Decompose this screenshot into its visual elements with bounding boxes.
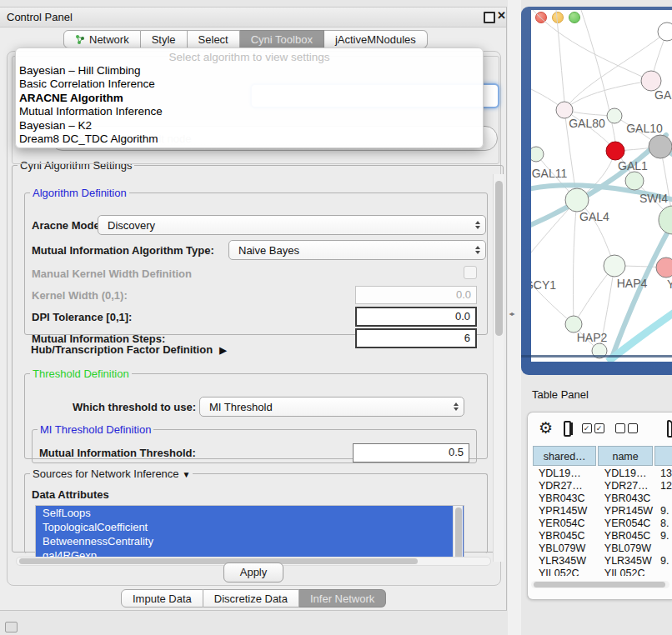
table-panel-toolbar: ⚙ ✓✓ xyxy=(528,416,672,441)
select-all-icon[interactable]: ✓✓ xyxy=(582,423,604,433)
tab-jactivemnodules[interactable]: jActiveMNodules xyxy=(324,30,428,48)
table-row[interactable]: YDL19…YDL19…13 xyxy=(533,468,672,480)
algorithm-option[interactable]: Bayesian – K2 xyxy=(16,119,483,132)
manual-kernel-checkbox[interactable] xyxy=(464,266,477,279)
algorithm-option[interactable]: Basic Correlation Inference xyxy=(16,78,483,91)
table-row[interactable]: YIL052CYIL052C xyxy=(533,568,672,576)
table-cell: YER054C xyxy=(533,518,599,530)
control-panel-titlebar: Control Panel ✕ xyxy=(0,8,506,28)
network-node[interactable] xyxy=(606,142,624,160)
node-label: HAP2 xyxy=(577,331,608,344)
tab-label: Discretize Data xyxy=(214,592,288,605)
column-header[interactable] xyxy=(654,446,672,466)
which-threshold-combo[interactable]: MI Threshold xyxy=(199,397,464,417)
node-label: GAL10 xyxy=(626,122,663,135)
table-row[interactable]: YER054CYER054C8. xyxy=(533,518,672,530)
table-row[interactable]: YBR043CYBR043C xyxy=(533,492,672,505)
network-node[interactable] xyxy=(658,22,672,41)
table-row[interactable]: YBR045CYBR045C9. xyxy=(533,530,672,542)
algorithm-option[interactable]: Dream8 DC_TDC Algorithm xyxy=(16,132,483,146)
aracne-mode-combo[interactable]: Discovery xyxy=(98,215,486,235)
table-row[interactable]: YPR145WYPR145W9. xyxy=(533,505,672,518)
table-hscrollbar-thumb[interactable] xyxy=(534,582,665,588)
apply-button[interactable]: Apply xyxy=(223,562,283,582)
float-window-icon[interactable] xyxy=(484,12,495,23)
tab-select[interactable]: Select xyxy=(188,30,240,48)
kernel-width-field[interactable]: 0.0 xyxy=(355,286,477,304)
table-row[interactable]: YLR345WYLR345W9. xyxy=(533,555,672,568)
close-icon[interactable]: ✕ xyxy=(497,9,506,22)
hub-definition-label: Hub/Transcription Factor Definition xyxy=(31,343,213,356)
split-divider-grip[interactable]: ◂▸ xyxy=(507,309,516,319)
control-panel-tabbar: NetworkStyleSelectCyni ToolboxjActiveMNo… xyxy=(63,30,428,48)
aracne-mode-value: Discovery xyxy=(98,219,470,232)
table-panel-card: ⚙ ✓✓ shared…name YDL19…YDL19…13YDR27…YDR… xyxy=(527,412,672,600)
gear-icon[interactable]: ⚙ xyxy=(539,420,553,437)
tab-network[interactable]: Network xyxy=(63,30,141,48)
network-node[interactable] xyxy=(656,258,672,278)
dock-panel-icon[interactable] xyxy=(5,622,18,632)
node-label: Y xyxy=(667,278,672,291)
attribute-list-item[interactable]: TopologicalCoefficient xyxy=(36,520,464,534)
network-node[interactable] xyxy=(659,206,672,234)
table-cell: YER054C xyxy=(599,518,654,530)
deselect-all-icon[interactable] xyxy=(615,423,638,433)
network-node[interactable] xyxy=(625,172,644,190)
network-graph[interactable]: GALGAL80GAL10GAL1GAL11SWI4GAL4GCY1HAP4YH… xyxy=(531,10,672,362)
network-node[interactable] xyxy=(565,188,589,212)
tab-style[interactable]: Style xyxy=(141,30,188,48)
tab-impute-data[interactable]: Impute Data xyxy=(121,589,203,608)
table-cell: YBR045C xyxy=(599,530,654,542)
table-cell xyxy=(654,492,672,505)
checked-box-icon: ✓ xyxy=(582,423,592,433)
algorithm-option[interactable]: Bayesian – Hill Climbing xyxy=(16,64,483,78)
sources-title: Sources for Network Inference xyxy=(33,468,179,480)
attributes-scrollbar[interactable] xyxy=(453,506,463,562)
network-canvas[interactable]: GALGAL80GAL10GAL1GAL11SWI4GAL4GCY1HAP4YH… xyxy=(531,10,672,362)
network-node[interactable] xyxy=(649,135,672,158)
file-icon[interactable] xyxy=(667,420,672,438)
table-cell: YDL19… xyxy=(599,468,654,480)
settings-hscrollbar-thumb[interactable] xyxy=(19,558,418,564)
tab-label: jActiveMNodules xyxy=(335,33,416,46)
data-attributes-list[interactable]: SelfLoopsTopologicalCoefficientBetweenne… xyxy=(35,505,464,564)
sources-toggle[interactable]: Sources for Network Inference▼ xyxy=(30,468,193,480)
column-header[interactable]: name xyxy=(598,446,652,466)
table-header-row[interactable]: shared…name xyxy=(533,446,672,466)
network-nodes[interactable] xyxy=(531,22,672,358)
table-cell: YPR145W xyxy=(599,505,654,518)
column-header[interactable]: shared… xyxy=(533,446,596,466)
tab-infer-network[interactable]: Infer Network xyxy=(299,589,386,608)
attribute-list-item[interactable]: BetweennessCentrality xyxy=(36,534,464,548)
network-node[interactable] xyxy=(531,147,544,162)
kernel-width-label: Kernel Width (0,1): xyxy=(32,289,128,302)
algorithm-option[interactable]: ARACNE Algorithm xyxy=(16,92,483,105)
table-row[interactable]: YBL079WYBL079W xyxy=(533,542,672,555)
algorithm-option[interactable]: Mutual Information Inference xyxy=(16,105,483,118)
tab-label: Cyni Toolbox xyxy=(251,33,313,46)
network-node[interactable] xyxy=(607,108,622,123)
mi-steps-field[interactable]: 6 xyxy=(355,328,477,348)
settings-scrollbar-thumb[interactable] xyxy=(495,181,503,336)
table-cell: 9. xyxy=(654,530,672,542)
tab-cyni-toolbox[interactable]: Cyni Toolbox xyxy=(240,30,324,48)
table-row[interactable]: YDR27…YDR27…12 xyxy=(533,480,672,492)
dpi-tolerance-field[interactable]: 0.0 xyxy=(355,307,477,327)
split-column-icon[interactable] xyxy=(564,421,571,437)
settings-vertical-scrollbar[interactable] xyxy=(493,174,504,562)
network-node[interactable] xyxy=(604,255,625,277)
tab-label: Network xyxy=(89,33,129,46)
mi-type-combo[interactable]: Naive Bayes xyxy=(228,240,486,260)
table-body[interactable]: YDL19…YDL19…13YDR27…YDR27…12YBR043CYBR04… xyxy=(533,468,672,576)
attributes-scrollbar-thumb[interactable] xyxy=(455,508,462,559)
attribute-list-item[interactable]: SelfLoops xyxy=(36,506,464,520)
table-horizontal-scrollbar[interactable] xyxy=(531,581,669,588)
table-cell xyxy=(654,542,672,555)
mi-type-value: Naive Bayes xyxy=(229,244,470,257)
hub-definition-toggle[interactable]: Hub/Transcription Factor Definition▶ xyxy=(31,343,227,356)
node-label: GAL4 xyxy=(579,210,609,223)
tab-discretize-data[interactable]: Discretize Data xyxy=(203,589,299,608)
network-node[interactable] xyxy=(556,102,573,118)
mi-threshold-field[interactable]: 0.5 xyxy=(353,443,469,462)
network-node[interactable] xyxy=(565,316,582,332)
